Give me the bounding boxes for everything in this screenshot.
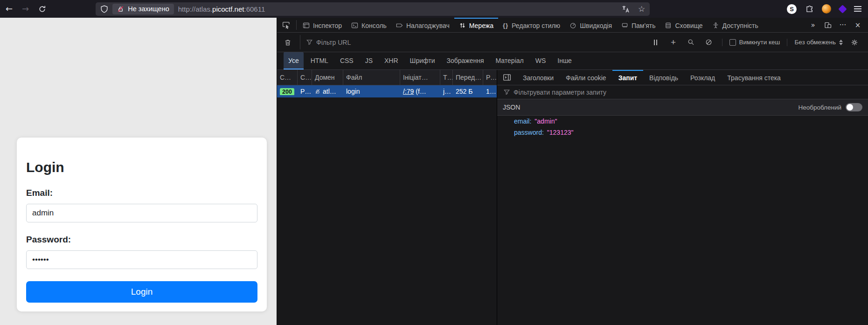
reload-button[interactable]: [38, 5, 46, 13]
details-tabbar: Заголовки Файли cookie Запит Відповідь Р…: [497, 70, 868, 85]
column-domain[interactable]: Домен: [312, 70, 343, 85]
disable-cache-checkbox[interactable]: [729, 39, 736, 46]
tab-accessibility[interactable]: Доступність: [708, 18, 763, 32]
puzzle-extensions-icon[interactable]: [805, 5, 813, 13]
param-key: email:: [514, 118, 531, 125]
tab-storage[interactable]: Сховище: [660, 18, 707, 32]
menu-icon[interactable]: [854, 5, 861, 13]
purple-extension-icon[interactable]: [838, 5, 847, 13]
request-domain: atl…: [312, 88, 343, 95]
tab-network[interactable]: Мережа: [454, 18, 498, 32]
column-size[interactable]: Р…: [483, 70, 497, 85]
email-label: Email:: [26, 188, 257, 198]
back-button[interactable]: ←: [6, 5, 13, 13]
filter-js[interactable]: JS: [361, 52, 377, 69]
forward-button[interactable]: →: [22, 5, 29, 13]
initiator-link[interactable]: /:79: [403, 88, 414, 95]
s-extension-icon[interactable]: S: [787, 4, 797, 14]
details-tab-response[interactable]: Відповідь: [643, 70, 684, 85]
pick-element-button[interactable]: [277, 18, 295, 32]
reload-icon: [38, 5, 46, 13]
json-param-email[interactable]: email: "admin": [497, 116, 868, 127]
login-card: Login Email: Password: Login: [17, 138, 267, 311]
security-label: Не захищено: [128, 5, 169, 13]
email-field[interactable]: [26, 204, 257, 222]
console-icon: [351, 22, 358, 29]
password-field[interactable]: [26, 250, 257, 269]
param-value: "123123": [547, 129, 574, 136]
pause-traffic-icon[interactable]: [650, 36, 662, 48]
filter-other[interactable]: Інше: [553, 52, 576, 69]
block-request-icon[interactable]: [703, 36, 715, 48]
extension-avatar-icon[interactable]: [822, 4, 831, 14]
filter-all[interactable]: Усе: [284, 52, 304, 69]
filter-html[interactable]: HTML: [306, 52, 333, 69]
tab-inspector[interactable]: Інспектор: [298, 18, 347, 32]
security-chip[interactable]: Не захищено: [112, 4, 174, 14]
network-settings-gear-icon[interactable]: [848, 36, 861, 48]
filter-media[interactable]: Матеріал: [491, 52, 528, 69]
param-key: password:: [514, 129, 544, 136]
disable-cache-toggle[interactable]: Вимкнути кеш: [729, 39, 780, 46]
tab-debugger[interactable]: Налагоджувач: [391, 18, 454, 32]
tab-performance[interactable]: Швидкодія: [565, 18, 617, 32]
request-type: j…: [440, 88, 453, 95]
performance-gauge-icon: [569, 22, 576, 29]
column-method[interactable]: С…: [298, 70, 312, 85]
funnel-icon: [306, 39, 312, 45]
details-tab-request[interactable]: Запит: [612, 70, 643, 85]
devtools-menu-icon[interactable]: ···: [836, 19, 849, 31]
request-row-selected[interactable]: 200 P… atl… login /:79 (f… j… 252 Б: [277, 85, 497, 97]
filter-images[interactable]: Зображення: [442, 52, 488, 69]
tab-style-editor[interactable]: {} Редактор стилю: [498, 18, 565, 32]
storage-icon: [665, 22, 672, 29]
insecure-lock-icon: [117, 6, 124, 13]
request-type-filters: Усе HTML CSS JS XHR Шрифти Зображення Ма…: [277, 52, 868, 70]
request-method: P…: [298, 88, 312, 95]
details-tab-cookies[interactable]: Файли cookie: [560, 70, 612, 85]
details-tab-timings[interactable]: Розклад: [684, 70, 721, 85]
accessibility-person-icon: [712, 22, 719, 29]
url-bar[interactable]: Не захищено http://atlas.picoctf.net:606…: [96, 2, 650, 16]
column-status[interactable]: С…: [277, 70, 298, 85]
raw-toggle-label: Необроблений: [798, 104, 841, 111]
column-initiator[interactable]: Ініціат…: [400, 70, 440, 85]
login-button[interactable]: Login: [26, 281, 257, 303]
responsive-mode-icon[interactable]: [821, 19, 834, 31]
filter-ws[interactable]: WS: [531, 52, 551, 69]
filter-css[interactable]: CSS: [335, 52, 358, 69]
throttling-select[interactable]: Без обмежень: [794, 39, 843, 46]
filter-url-input[interactable]: [316, 39, 456, 46]
url-text: http://atlas.picoctf.net:60611: [178, 5, 265, 13]
shield-icon[interactable]: [100, 5, 108, 13]
network-toolbar-right: + Вимкнути кеш Без: [650, 36, 863, 48]
clear-requests-button[interactable]: [282, 36, 294, 48]
raw-toggle-switch[interactable]: [846, 103, 862, 111]
column-file[interactable]: Файл: [343, 70, 400, 85]
url-domain: picoctf.net: [212, 5, 244, 13]
details-tab-headers[interactable]: Заголовки: [517, 70, 560, 85]
more-tabs-chevrons[interactable]: »: [806, 19, 819, 31]
debugger-icon: [396, 22, 403, 29]
search-icon[interactable]: [685, 36, 697, 48]
request-list: С… С… Домен Файл Ініціат… Т… Перед… Р… 2…: [277, 70, 497, 325]
close-devtools-icon[interactable]: ×: [851, 19, 864, 31]
url-filter: [306, 39, 456, 46]
tab-console[interactable]: Консоль: [347, 18, 391, 32]
column-transferred[interactable]: Перед…: [453, 70, 483, 85]
pick-element-icon: [282, 21, 290, 29]
json-param-password[interactable]: password: "123123": [497, 127, 868, 138]
translate-icon[interactable]: [622, 5, 630, 13]
column-type[interactable]: Т…: [440, 70, 453, 85]
page-title: Login: [26, 159, 257, 176]
url-prefix: http://atlas.: [178, 5, 212, 13]
tab-memory[interactable]: Пам'ять: [617, 18, 660, 32]
bookmark-star-icon[interactable]: ☆: [638, 4, 645, 14]
toggle-split-view-icon[interactable]: [497, 70, 517, 85]
filter-xhr[interactable]: XHR: [380, 52, 403, 69]
filter-request-params-input[interactable]: [514, 89, 653, 96]
details-tab-stacktrace[interactable]: Трасування стека: [721, 70, 787, 85]
new-request-icon[interactable]: +: [667, 36, 680, 48]
url-port: :60611: [244, 5, 265, 13]
filter-fonts[interactable]: Шрифти: [405, 52, 440, 69]
